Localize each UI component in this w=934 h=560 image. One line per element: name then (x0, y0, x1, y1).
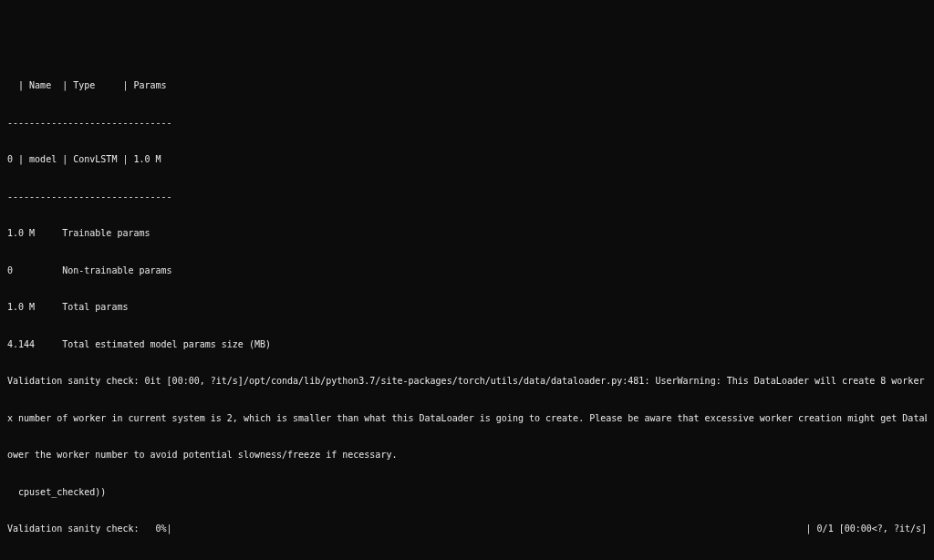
param-total: 1.0 M Total params (7, 301, 927, 314)
param-trainable: 1.0 M Trainable params (7, 227, 927, 240)
param-size: 4.144 Total estimated model params size … (7, 338, 927, 351)
terminal-output[interactable]: | Name | Type | Params -----------------… (7, 55, 927, 560)
warn-line: x number of worker in current system is … (7, 412, 927, 425)
sanity-line-1: Validation sanity check: 0it [00:00, ?it… (7, 375, 927, 388)
model-table-header: | Name | Type | Params (7, 79, 927, 92)
sanity-progress-row: Validation sanity check: 0%| | 0/1 [00:0… (7, 523, 927, 535)
model-table-row: 0 | model | ConvLSTM | 1.0 M (7, 153, 927, 166)
sanity-progress-left: Validation sanity check: 0%| (7, 523, 172, 535)
sanity-progress-right: | 0/1 [00:00<?, ?it/s] (806, 523, 927, 535)
warn-line: ower the worker number to avoid potentia… (7, 449, 927, 461)
hr: ------------------------------ (7, 191, 927, 203)
param-non-trainable: 0 Non-trainable params (7, 264, 927, 277)
hr: ------------------------------ (7, 117, 927, 130)
warn-line: cpuset_checked)) (7, 486, 927, 499)
